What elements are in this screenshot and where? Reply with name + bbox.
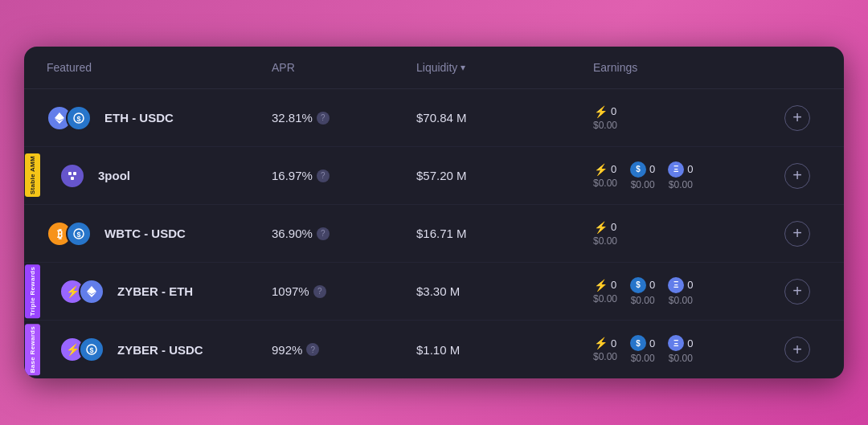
lightning-icon: ⚡ (594, 337, 608, 349)
featured-cell: $ ETH - USDC (47, 105, 272, 131)
earning-value: $0.00 (631, 179, 655, 190)
earning-top: ⚡ 0 (594, 105, 616, 118)
usdc-icon: $ (630, 161, 646, 178)
earning-value: $0.00 (593, 293, 617, 304)
col-earnings: Earnings (593, 61, 773, 74)
lightning-icon: ⚡ (594, 163, 608, 176)
earning-top: ⚡ 0 (594, 221, 616, 234)
usdc-icon: $ (630, 335, 646, 351)
earning-item: ⚡ 0 $0.00 (593, 105, 617, 131)
token-icon-usdc: $ (66, 221, 92, 247)
token-icon-usdc: $ (66, 105, 92, 131)
col-liquidity[interactable]: Liquidity (416, 61, 593, 74)
svg-text:$: $ (76, 231, 80, 239)
svg-rect-5 (73, 172, 76, 175)
earning-item: Ξ 0 $0.00 (668, 277, 693, 306)
earning-value: $0.00 (669, 295, 693, 306)
earning-item: ⚡ 0 $0.00 (593, 163, 617, 189)
earning-item: $ 0 $0.00 (630, 161, 655, 190)
eth-icon: Ξ (668, 335, 684, 351)
earning-top: $ 0 (630, 277, 655, 293)
apr-cell: 1097% ? (272, 284, 416, 298)
liquidity-cell: $3.30 M (416, 284, 593, 298)
earning-amount: 0 (687, 337, 693, 349)
add-button[interactable]: + (784, 337, 810, 362)
earning-amount: 0 (687, 279, 693, 291)
earning-item: $ 0 $0.00 (630, 335, 655, 364)
pair-name: ETH - USDC (104, 111, 174, 125)
apr-value: 36.90% (272, 227, 313, 240)
earning-amount: 0 (611, 279, 616, 291)
liquidity-cell: $16.71 M (416, 227, 593, 240)
lightning-icon: ⚡ (594, 105, 608, 118)
earning-top: ⚡ 0 (594, 337, 616, 349)
table-row: $ ETH - USDC 32.81% ? $70.84 M ⚡ 0 $0.00… (24, 89, 844, 147)
col-featured: Featured (47, 61, 272, 74)
apr-value: 992% (272, 343, 302, 357)
apr-value: 32.81% (272, 111, 313, 125)
earning-value: $0.00 (631, 295, 655, 306)
earning-amount: 0 (687, 163, 693, 175)
triple-rewards-badge: Triple Rewards (25, 264, 40, 318)
usdc-icon: $ (630, 277, 646, 293)
earning-amount: 0 (611, 221, 616, 233)
earning-item: $ 0 $0.00 (630, 277, 655, 306)
svg-rect-6 (71, 177, 74, 180)
svg-text:$: $ (89, 346, 93, 354)
info-icon[interactable]: ? (317, 170, 330, 182)
apr-cell: 992% ? (272, 343, 416, 357)
earning-top: Ξ 0 (668, 335, 693, 351)
earnings-cell: ⚡ 0 $0.00 $ 0 $0.00 Ξ 0 $0.00 (593, 277, 773, 306)
earning-item: ⚡ 0 $0.00 (593, 221, 617, 247)
base-rewards-badge: Base Rewards (25, 324, 40, 375)
col-action (773, 61, 821, 74)
token-icon-3pool (59, 163, 85, 189)
add-button[interactable]: + (784, 105, 810, 131)
token-icons: ⚡ $ (59, 337, 104, 362)
earning-item: Ξ 0 $0.00 (668, 161, 693, 190)
lightning-icon: ⚡ (594, 221, 608, 234)
lightning-icon: ⚡ (594, 279, 608, 292)
svg-marker-9 (87, 286, 96, 294)
earning-value: $0.00 (593, 235, 617, 247)
add-button[interactable]: + (784, 279, 810, 304)
info-icon[interactable]: ? (317, 227, 330, 240)
earning-top: ⚡ 0 (594, 163, 616, 176)
eth-icon: Ξ (668, 277, 684, 293)
svg-rect-4 (68, 172, 72, 175)
featured-cell: ⚡ ZYBER - ETH (47, 279, 272, 304)
earning-amount: 0 (649, 337, 655, 349)
earning-amount: 0 (611, 337, 616, 349)
token-icon-eth (79, 279, 104, 304)
earning-value: $0.00 (631, 353, 655, 364)
token-icon-usdc: $ (79, 337, 104, 362)
earning-amount: 0 (611, 105, 616, 117)
info-icon[interactable]: ? (306, 343, 319, 356)
pair-name: 3pool (98, 169, 130, 182)
svg-marker-0 (55, 112, 64, 121)
info-icon[interactable]: ? (313, 285, 326, 298)
apr-value: 1097% (272, 284, 309, 298)
table-row: Stable AMM 3pool 16.97% ? $57.20 M ⚡ 0 $… (24, 147, 844, 205)
liquidity-cell: $1.10 M (416, 343, 593, 357)
earning-item: ⚡ 0 $0.00 (593, 337, 617, 362)
earnings-cell: ⚡ 0 $0.00 $ 0 $0.00 Ξ 0 $0.00 (593, 335, 773, 364)
earning-value: $0.00 (669, 179, 693, 190)
svg-text:$: $ (76, 115, 80, 123)
earning-top: Ξ 0 (668, 161, 693, 178)
earnings-cell: ⚡ 0 $0.00 (593, 105, 773, 131)
earning-value: $0.00 (669, 353, 693, 364)
earning-amount: 0 (649, 279, 655, 291)
info-icon[interactable]: ? (317, 112, 330, 125)
featured-table: Featured APR Liquidity Earnings $ ETH - … (24, 47, 844, 378)
featured-cell: 3pool (47, 163, 272, 189)
table-row: Base Rewards ⚡ $ ZYBER - USDC 992% ? $1.… (24, 321, 844, 378)
earning-value: $0.00 (593, 178, 617, 189)
add-button[interactable]: + (784, 163, 810, 189)
pair-name: ZYBER - ETH (117, 284, 193, 298)
col-apr: APR (272, 61, 416, 74)
add-button[interactable]: + (784, 221, 810, 247)
token-icons: $ (47, 105, 92, 131)
earnings-cell: ⚡ 0 $0.00 (593, 221, 773, 247)
earning-top: $ 0 (630, 161, 655, 178)
